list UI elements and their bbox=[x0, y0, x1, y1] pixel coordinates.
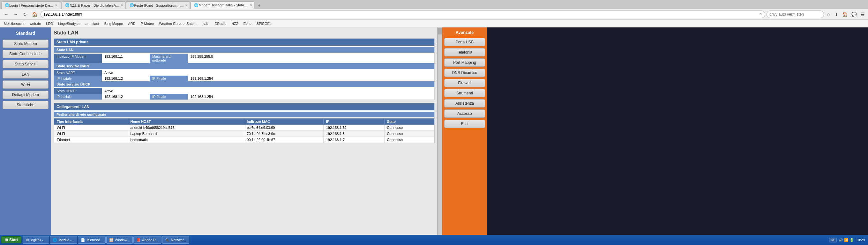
sidebar-title: Standard bbox=[3, 31, 49, 36]
bookmark-star-button[interactable]: ☆ bbox=[825, 11, 832, 18]
right-btn-port-mapping[interactable]: Port Mapping bbox=[444, 58, 485, 67]
right-btn-porta-usb[interactable]: Porta USB bbox=[444, 38, 485, 46]
cell-ip: 192.168.1.62 bbox=[323, 125, 384, 131]
sidebar-item-wifi[interactable]: Wi-Fi bbox=[3, 81, 49, 89]
tab-4[interactable]: 🌐 Modem Telecom Italia - Stato ... ✕ bbox=[190, 1, 254, 9]
taskbar-item-microsoft[interactable]: 📄 Microsof... bbox=[78, 236, 105, 244]
adobe-label: Adobe R... bbox=[142, 238, 159, 242]
tab-3-favicon: 🌐 bbox=[130, 3, 134, 7]
mozilla-icon: 🌐 bbox=[53, 238, 57, 242]
forward-button[interactable]: → bbox=[11, 10, 20, 18]
window-label: Window... bbox=[115, 238, 130, 242]
stato-lan-privata-section: Stato LAN privata Stato LAN Indirizzo IP… bbox=[54, 38, 435, 100]
adobe-icon: 📕 bbox=[136, 238, 141, 242]
tab-2-close[interactable]: ✕ bbox=[121, 3, 123, 7]
napt-ip-iniziale-value: 192.168.1.2 bbox=[102, 75, 150, 81]
tab-1-favicon: 🌐 bbox=[5, 3, 9, 7]
lan-ip-row: Indirizzo IP Modem 192.168.1.1 Maschera … bbox=[54, 54, 434, 63]
bookmark-leo[interactable]: LEO bbox=[44, 21, 55, 26]
left-sidebar: Standard Stato Modem Stato Connessione S… bbox=[0, 27, 51, 243]
tab-4-close[interactable]: ✕ bbox=[250, 3, 252, 7]
home-nav-button[interactable]: 🏠 bbox=[841, 11, 849, 18]
taskbar-item-logilink[interactable]: 🖥 logilink -... bbox=[23, 236, 49, 244]
search-input[interactable] bbox=[769, 12, 821, 17]
logilink-label: logilink -... bbox=[30, 238, 46, 242]
tab-3-close[interactable]: ✕ bbox=[185, 3, 188, 7]
tab-1[interactable]: 🌐 Login | Personalisierte Die... ✕ bbox=[1, 1, 61, 9]
bookmark-ard[interactable]: ARD bbox=[126, 21, 137, 26]
bookmark-spiegel[interactable]: SPIEGEL bbox=[255, 21, 274, 26]
taskbar-item-adobe[interactable]: 📕 Adobe R... bbox=[133, 236, 161, 244]
menu-button[interactable]: ☰ bbox=[859, 11, 866, 18]
right-btn-assistenza[interactable]: Assistenza bbox=[444, 99, 485, 108]
bookmarks-bar: Meistbesucht web.de LEO LingoStudy.de ar… bbox=[0, 20, 868, 27]
bookmark-meistbesucht[interactable]: Meistbesucht bbox=[2, 21, 27, 26]
sidebar-item-lan[interactable]: LAN bbox=[3, 70, 49, 79]
windows-icon: ⊞ bbox=[5, 238, 8, 242]
right-btn-strumenti[interactable]: Strumenti bbox=[444, 89, 485, 97]
window-icon: 🪟 bbox=[109, 238, 114, 242]
cell-ip: 192.168.1.7 bbox=[323, 137, 384, 143]
sidebar-item-statistiche[interactable]: Statistiche bbox=[3, 101, 49, 109]
bookmark-pmeteo[interactable]: P-Meteo bbox=[139, 21, 156, 26]
col-stato: Stato bbox=[384, 119, 434, 125]
right-btn-esci[interactable]: Esci bbox=[444, 120, 485, 128]
bookmark-webde[interactable]: web.de bbox=[28, 21, 43, 26]
right-btn-accesso[interactable]: Accesso bbox=[444, 110, 485, 118]
stato-napt-header: Stato servizio NAPT bbox=[54, 63, 434, 69]
microsoft-label: Microsof... bbox=[87, 238, 103, 242]
table-row: Wi-Fi Laptop-Bernhard 70:1a:04:3b:e3:9e … bbox=[54, 131, 434, 137]
sidebar-item-stato-modem[interactable]: Stato Modem bbox=[3, 39, 49, 48]
taskbar-item-netzwerk[interactable]: 🔌 Netzwer... bbox=[162, 236, 189, 244]
taskbar-item-window[interactable]: 🪟 Window... bbox=[106, 236, 133, 244]
tab-2[interactable]: 🌐 NZZ E-Paper - Die digitalen A... ✕ bbox=[62, 1, 125, 9]
taskbar-item-mozilla[interactable]: 🌐 Mozilla -... bbox=[50, 236, 77, 244]
right-btn-firewall[interactable]: Firewall bbox=[444, 79, 485, 87]
home-button[interactable]: 🏠 bbox=[30, 10, 39, 18]
bookmark-bing[interactable]: Bing Mappe bbox=[102, 21, 125, 26]
stato-dhcp-value: Attivo bbox=[102, 88, 434, 94]
address-input[interactable] bbox=[43, 12, 759, 17]
napt-ip-finale-label: IP Finale bbox=[150, 75, 188, 81]
refresh-icon[interactable]: ↻ bbox=[759, 12, 763, 17]
cell-nome-host: Laptop-Bernhard bbox=[128, 131, 244, 137]
clock: 10:29 bbox=[856, 238, 865, 242]
stato-dhcp-label: Stato DHCP bbox=[54, 88, 102, 94]
tab-4-favicon: 🌐 bbox=[194, 3, 198, 7]
scrollbar[interactable] bbox=[437, 27, 442, 243]
address-bar: ↻ bbox=[40, 10, 765, 18]
back-button[interactable]: ← bbox=[2, 10, 10, 18]
microsoft-icon: 📄 bbox=[81, 238, 85, 242]
napt-stato-row: Stato NAPT Attivo bbox=[54, 70, 434, 75]
tab-3[interactable]: 🌐 Feste-IP.net - Supportforum - ... ✕ bbox=[126, 1, 190, 9]
sidebar-item-stato-connessione[interactable]: Stato Connessione bbox=[3, 50, 49, 58]
tab-3-label: Feste-IP.net - Supportforum - ... bbox=[134, 3, 183, 7]
cell-tipo: Wi-Fi bbox=[54, 131, 128, 137]
page-content: Standard Stato Modem Stato Connessione S… bbox=[0, 27, 868, 243]
tab-1-close[interactable]: ✕ bbox=[55, 3, 57, 7]
dhcp-stato-row: Stato DHCP Attivo bbox=[54, 88, 434, 94]
tab-2-label: NZZ E-Paper - Die digitalen A... bbox=[69, 3, 119, 7]
bookmark-nzz[interactable]: NZZ bbox=[229, 21, 240, 26]
right-btn-dns-dinamico[interactable]: DNS Dinamico bbox=[444, 69, 485, 77]
sidebar-item-dettagli[interactable]: Dettagli Modem bbox=[3, 91, 49, 99]
bookmark-lingostudy[interactable]: LingoStudy.de bbox=[56, 21, 82, 26]
collegamenti-lan-header: Collegamenti LAN bbox=[54, 103, 434, 111]
new-tab-button[interactable]: + bbox=[255, 2, 263, 9]
start-button[interactable]: ⊞ Start bbox=[1, 236, 21, 243]
bookmark-tvit[interactable]: tv.it | bbox=[200, 21, 211, 26]
right-btn-telefonia[interactable]: Telefonia bbox=[444, 48, 485, 57]
taskbar-items: 🖥 logilink -... 🌐 Mozilla -... 📄 Microso… bbox=[23, 236, 829, 244]
bookmark-dradio[interactable]: DRadio bbox=[213, 21, 228, 26]
sidebar-item-stato-servizi[interactable]: Stato Servizi bbox=[3, 60, 49, 68]
bookmark-echo[interactable]: Echo bbox=[242, 21, 253, 26]
download-button[interactable]: ⬇ bbox=[833, 11, 840, 18]
napt-ip-finale-value: 192.168.1.254 bbox=[188, 75, 236, 81]
bookmark-armstadt[interactable]: armstadt bbox=[84, 21, 101, 26]
chat-button[interactable]: 💬 bbox=[850, 11, 858, 18]
bookmark-weather[interactable]: Weather Europe, Satel... bbox=[157, 21, 199, 26]
tab-4-label: Modem Telecom Italia - Stato ... bbox=[198, 3, 248, 7]
table-row: Wi-Fi android-b49ad656219ad676 bc:6e:64:… bbox=[54, 125, 434, 131]
reload-button[interactable]: ↻ bbox=[21, 10, 29, 18]
cell-mac: bc:6e:64:e9:03:60 bbox=[244, 125, 323, 131]
